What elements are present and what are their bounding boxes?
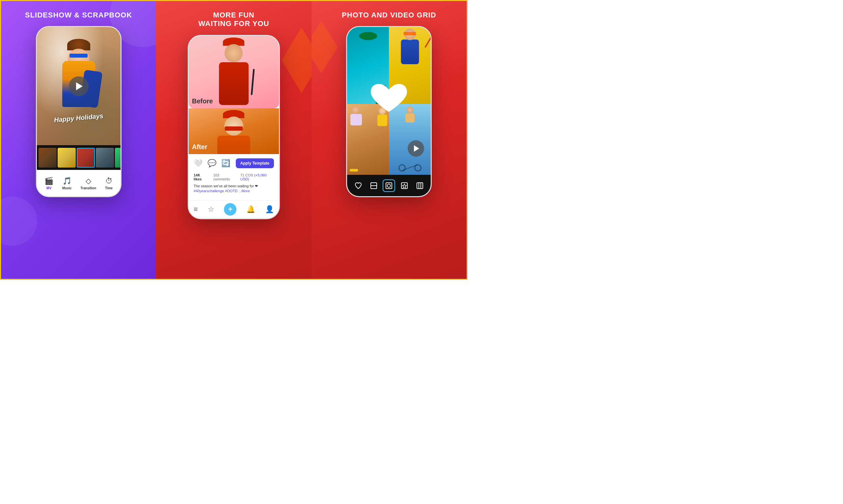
person-after [217,110,250,154]
toolbar-transition[interactable]: ◇ Transition [80,177,96,190]
phone-nav-bar: ≡ ☆ + 🔔 👤 [189,200,279,218]
grid-photos [347,27,431,175]
phone-right [346,26,432,197]
film-thumb-2[interactable] [58,148,76,167]
comment-action-icon[interactable]: 💬 [208,159,216,167]
toolbar-music[interactable]: 🎵 Music [62,177,71,190]
panel-left: SLIDESHOW & SCRAPBOOK [1,1,156,279]
film-thumb-4[interactable] [96,148,114,167]
toolbar-time[interactable]: ⏱ Time [105,177,113,190]
phone-center: Before After 🤍 [188,35,280,219]
filmstrip [37,145,121,170]
grid-tool-circle-frame[interactable] [383,179,395,192]
grid-toolbar [347,175,431,196]
after-photo: After [189,108,279,154]
heart-overlay [367,82,410,120]
panel-center: MORE FUN WAITING FOR YOU [156,1,311,279]
center-panel-title: MORE FUN WAITING FOR YOU [198,11,269,28]
nav-add-button[interactable]: + [224,203,236,216]
toolbar-mv[interactable]: 🎬 MV [44,177,53,190]
repost-action-icon[interactable]: 🔄 [221,159,230,167]
grid-tool-columns[interactable] [414,179,426,192]
likes-stat: 14K likes [194,173,208,181]
after-label: After [192,143,208,151]
nav-menu-icon[interactable]: ≡ [194,205,198,214]
phone-stats-bar: 14K likes 103 comments 71 COS (+5,060 US… [189,172,279,182]
phone-toolbar-left: 🎬 MV 🎵 Music ◇ Transition ⏱ Time [37,170,121,196]
heart-action-icon[interactable]: 🤍 [194,159,202,167]
comments-stat: 103 comments [213,173,235,181]
svg-point-3 [387,184,391,187]
film-thumb-5[interactable] [115,148,121,167]
phone-left-photo: Happy Holidays [37,27,121,145]
transition-icon: ◇ [86,177,91,185]
svg-rect-2 [386,183,392,188]
grid-tool-star-frame[interactable] [398,179,411,192]
before-label: Before [192,97,213,105]
phone-caption: The season we've all been waiting for ❤ … [189,182,279,200]
music-icon: 🎵 [62,177,71,185]
phone-actions-bar: 🤍 💬 🔄 Apply Template [189,154,279,172]
apply-template-button[interactable]: Apply Template [236,158,274,168]
time-icon: ⏱ [105,177,113,185]
film-thumb-3[interactable] [77,148,95,167]
grid-tool-heart[interactable] [352,179,364,192]
person-before [219,38,249,105]
nav-bell-icon[interactable]: 🔔 [246,205,255,214]
phone-left: Happy Holidays [36,26,122,197]
svg-marker-5 [402,184,406,188]
left-panel-title: SLIDESHOW & SCRAPBOOK [25,11,132,19]
nav-profile-icon[interactable]: 👤 [265,205,274,214]
before-photo: Before [189,36,279,108]
right-panel-title: PHOTO AND VIDEO GRID [342,11,436,19]
film-thumb-1[interactable] [38,148,57,167]
panel-right: PHOTO AND VIDEO GRID [311,1,467,279]
play-button-left[interactable] [69,76,89,96]
grid-tool-diagonal[interactable] [367,179,380,192]
svg-rect-6 [417,183,423,188]
nav-star-icon[interactable]: ☆ [208,205,214,214]
mv-icon: 🎬 [44,177,53,185]
cos-stat: 71 COS (+5,060 USD) [240,173,274,181]
